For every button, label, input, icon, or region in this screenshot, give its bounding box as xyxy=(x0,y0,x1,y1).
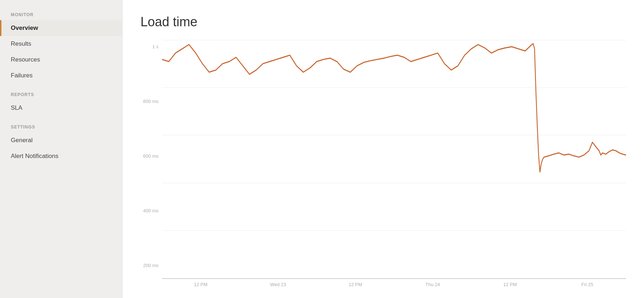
main-content: Load time 200 ms400 ms600 ms800 ms1 s 12… xyxy=(122,0,644,298)
sidebar-item-overview[interactable]: Overview xyxy=(0,20,122,36)
chart-container: 200 ms400 ms600 ms800 ms1 s 12 PMWed 231… xyxy=(140,40,626,287)
sidebar-item-failures[interactable]: Failures xyxy=(0,68,122,83)
sidebar-item-sla[interactable]: SLA xyxy=(0,100,122,116)
chart-inner: 200 ms400 ms600 ms800 ms1 s xyxy=(140,40,626,279)
x-label-12-PM: 12 PM xyxy=(162,282,240,287)
sidebar: MONITOROverviewResultsResourcesFailuresR… xyxy=(0,0,122,298)
x-axis: 12 PMWed 2312 PMThu 2412 PMFri 25 xyxy=(162,279,626,287)
x-label-Wed-23: Wed 23 xyxy=(240,282,317,287)
x-label-Fri-25: Fri 25 xyxy=(549,282,626,287)
sidebar-item-results[interactable]: Results xyxy=(0,36,122,52)
sidebar-section-settings: SETTINGS xyxy=(0,116,122,132)
page-title: Load time xyxy=(140,14,626,30)
sidebar-section-reports: REPORTS xyxy=(0,83,122,100)
y-label-200-ms: 200 ms xyxy=(140,263,162,268)
load-time-line xyxy=(162,44,626,172)
y-axis: 200 ms400 ms600 ms800 ms1 s xyxy=(140,40,162,279)
chart-plot xyxy=(162,40,626,279)
y-label-400-ms: 400 ms xyxy=(140,208,162,213)
y-label-600-ms: 600 ms xyxy=(140,153,162,159)
sidebar-item-general[interactable]: General xyxy=(0,132,122,148)
x-label-12-PM: 12 PM xyxy=(471,282,549,287)
y-label-1-s: 1 s xyxy=(140,44,162,49)
sidebar-item-resources[interactable]: Resources xyxy=(0,52,122,68)
x-label-Thu-24: Thu 24 xyxy=(394,282,471,287)
sidebar-section-monitor: MONITOR xyxy=(0,4,122,20)
y-label-800-ms: 800 ms xyxy=(140,99,162,104)
x-label-12-PM: 12 PM xyxy=(317,282,394,287)
sidebar-item-alert-notifications[interactable]: Alert Notifications xyxy=(0,148,122,164)
load-time-chart xyxy=(162,40,626,278)
